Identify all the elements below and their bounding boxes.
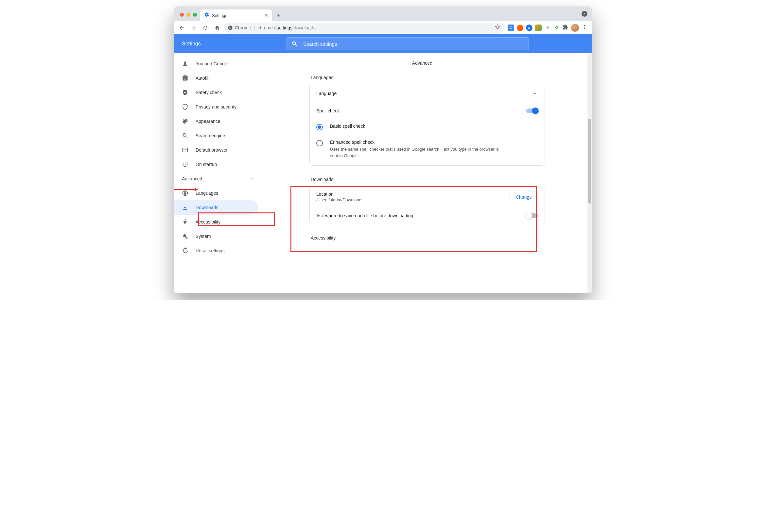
extension-icon[interactable]: ✲ [544,25,551,31]
location-label: Location [316,191,364,197]
sidebar-item-label: Autofill [196,75,209,81]
spellcheck-toggle[interactable] [526,108,538,113]
radio-label: Basic spell check [330,124,365,129]
sidebar-item-languages[interactable]: Languages [174,186,262,200]
svg-point-5 [584,28,585,29]
account-chevron-icon[interactable] [582,11,588,17]
search-icon [182,132,188,139]
spellcheck-enhanced-option[interactable]: Enhanced spell check Uses the same spell… [310,135,544,165]
forward-button[interactable] [188,23,199,33]
sidebar-item-privacy[interactable]: Privacy and security [174,100,262,114]
shield-icon [182,104,188,110]
site-info-icon[interactable]: Chrome [228,25,251,30]
svg-point-7 [184,219,185,220]
scrollbar-thumb[interactable] [588,119,591,204]
tab-strip: Settings ✕ [174,7,592,21]
sidebar-item-label: Reset settings [196,248,225,253]
window-close-button[interactable] [180,13,184,17]
shield-check-icon [182,89,188,96]
clipboard-icon [182,75,188,81]
radio-description: Uses the same spell checker that's used … [330,146,500,159]
sidebar-item-safety-check[interactable]: Safety check [174,85,262,100]
downloads-card: Location /Users/starka/Downloads Change … [309,187,545,224]
profile-avatar[interactable] [571,24,579,32]
back-button[interactable] [176,23,187,33]
change-location-button[interactable]: Change [509,192,538,202]
ask-where-toggle[interactable] [526,213,538,218]
globe-icon [182,190,188,196]
tab-close-icon[interactable]: ✕ [264,13,268,18]
sidebar-item-label: Safety check [196,90,222,95]
window-controls [176,13,200,21]
window-minimize-button[interactable] [186,13,190,17]
spellcheck-row: Spell check [310,102,544,119]
sidebar-item-system[interactable]: System [174,229,262,243]
chrome-menu-icon[interactable] [582,24,588,31]
language-row-label: Language [316,91,337,96]
person-icon [182,60,188,67]
sidebar-item-default-browser[interactable]: Default browser [174,143,262,157]
sidebar-item-label: Accessibility [196,219,221,224]
svg-point-2 [230,27,231,28]
sidebar-advanced-label: Advanced [182,176,202,181]
ask-where-to-save-row: Ask where to save each file before downl… [310,207,544,224]
extension-icon[interactable]: ♻ [553,25,560,31]
ask-where-label: Ask where to save each file before downl… [316,213,413,218]
omnibox-separator: | [254,25,255,30]
restore-icon [182,247,188,254]
palette-icon [182,118,188,125]
chevron-down-icon [531,90,538,97]
omnibox[interactable]: Chrome | chrome://settings/downloads [224,23,504,33]
download-location-row: Location /Users/starka/Downloads Change [310,187,544,207]
spellcheck-basic-option[interactable]: Basic spell check [310,119,544,135]
extension-icon[interactable] [535,25,541,31]
power-icon [182,161,188,168]
advanced-section-toggle[interactable]: Advanced [309,57,545,72]
sidebar-item-label: You and Google [196,61,228,66]
extension-icon[interactable]: a [526,25,532,31]
url-text: chrome://settings/downloads [258,25,315,30]
bookmark-icon[interactable] [494,24,500,31]
extension-icon[interactable] [517,25,523,31]
extension-icon[interactable]: G [508,25,514,31]
section-title-accessibility: Accessibility [309,232,545,245]
sidebar-item-downloads[interactable]: Downloads [174,200,258,215]
extension-icons: G a ✲ ♻ [506,24,590,32]
sidebar-item-you-and-google[interactable]: You and Google [174,57,262,71]
svg-point-3 [584,25,585,26]
sidebar-item-label: System [196,234,211,239]
home-button[interactable] [212,23,223,33]
search-input[interactable] [303,41,524,47]
sidebar-item-accessibility[interactable]: Accessibility [174,215,262,229]
sidebar-item-autofill[interactable]: Autofill [174,71,262,85]
content: You and Google Autofill Safety check Pri… [174,53,592,293]
search-settings[interactable] [287,37,528,50]
download-icon [182,204,188,211]
sidebar-item-label: Languages [196,191,218,196]
sidebar-item-label: Default browser [196,147,228,153]
search-icon [291,41,298,47]
sidebar-advanced-toggle[interactable]: Advanced [174,172,262,186]
browser-tab[interactable]: Settings ✕ [200,9,272,21]
radio-label: Enhanced spell check [330,140,500,145]
languages-card: Language Spell check Basic spell check [309,85,545,166]
radio-icon[interactable] [316,124,323,130]
reload-button[interactable] [200,23,211,33]
new-tab-button[interactable] [274,11,283,20]
radio-icon[interactable] [316,140,323,146]
sidebar-item-appearance[interactable]: Appearance [174,114,262,128]
spellcheck-label: Spell check [316,108,340,113]
svg-point-4 [584,26,585,27]
tab-title: Settings [212,13,262,18]
sidebar-item-on-startup[interactable]: On startup [174,157,262,172]
sidebar-item-search-engine[interactable]: Search engine [174,128,262,143]
sidebar-item-label: On startup [196,162,217,167]
url-prefix: Chrome [235,25,251,30]
section-title-downloads: Downloads [309,174,545,187]
language-row[interactable]: Language [310,85,544,102]
extensions-menu-icon[interactable] [562,24,568,31]
toolbar: Chrome | chrome://settings/downloads G a… [174,21,592,34]
sidebar-item-reset[interactable]: Reset settings [174,243,262,258]
window-zoom-button[interactable] [193,13,197,17]
sidebar-item-label: Downloads [196,205,218,210]
